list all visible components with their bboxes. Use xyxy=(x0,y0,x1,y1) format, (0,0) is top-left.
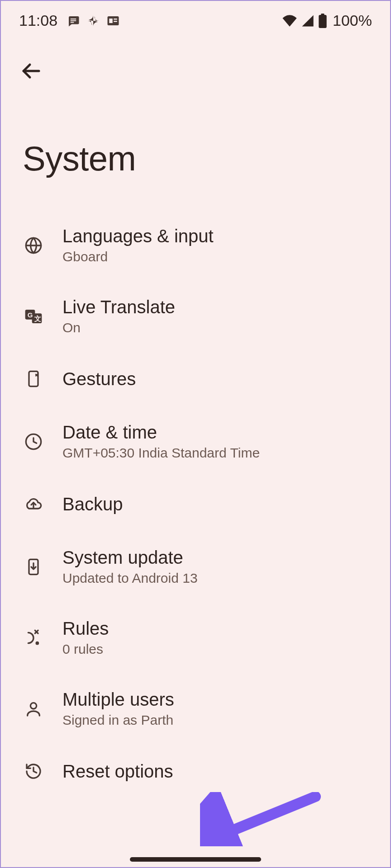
svg-rect-6 xyxy=(114,21,117,22)
svg-rect-16 xyxy=(29,371,38,386)
settings-item-languages-input[interactable]: Languages & input Gboard xyxy=(1,210,390,281)
settings-item-texts: Multiple users Signed in as Parth xyxy=(62,689,174,728)
settings-item-system-update[interactable]: System update Updated to Android 13 xyxy=(1,531,390,602)
settings-item-title: Rules xyxy=(62,618,109,639)
settings-item-subtitle: On xyxy=(62,320,175,335)
settings-item-texts: Backup xyxy=(62,494,123,514)
settings-item-title: Live Translate xyxy=(62,297,175,317)
back-button[interactable] xyxy=(17,57,44,85)
svg-text:文: 文 xyxy=(34,315,41,322)
settings-item-subtitle: 0 rules xyxy=(62,642,109,657)
messages-icon xyxy=(67,14,80,28)
gestures-icon xyxy=(23,368,44,390)
status-left: 11:08 xyxy=(19,12,120,29)
settings-item-subtitle: GMT+05:30 India Standard Time xyxy=(62,445,260,461)
settings-item-subtitle: Updated to Android 13 xyxy=(62,571,198,586)
svg-rect-4 xyxy=(109,19,113,23)
settings-item-gestures[interactable]: Gestures xyxy=(1,352,390,406)
status-right: 100% xyxy=(282,12,372,29)
svg-rect-5 xyxy=(114,19,117,20)
settings-item-title: Date & time xyxy=(62,422,260,443)
settings-item-date-time[interactable]: Date & time GMT+05:30 India Standard Tim… xyxy=(1,406,390,477)
svg-line-23 xyxy=(216,797,315,837)
settings-item-title: Languages & input xyxy=(62,226,214,246)
phone-down-icon xyxy=(23,556,44,578)
rules-icon xyxy=(23,627,44,649)
settings-item-texts: System update Updated to Android 13 xyxy=(62,547,198,586)
svg-rect-8 xyxy=(321,14,324,15)
settings-item-multiple-users[interactable]: Multiple users Signed in as Parth xyxy=(1,673,390,744)
settings-item-subtitle: Gboard xyxy=(62,249,214,264)
settings-item-title: Backup xyxy=(62,494,123,514)
settings-item-texts: Reset options xyxy=(62,761,173,782)
clock-icon xyxy=(23,431,44,453)
settings-item-texts: Date & time GMT+05:30 India Standard Tim… xyxy=(62,422,260,461)
svg-rect-2 xyxy=(71,22,74,23)
settings-item-texts: Live Translate On xyxy=(62,297,175,335)
settings-item-title: Reset options xyxy=(62,761,173,782)
battery-icon xyxy=(318,14,327,28)
settings-item-texts: Gestures xyxy=(62,369,136,389)
settings-item-texts: Languages & input Gboard xyxy=(62,226,214,264)
wifi-icon xyxy=(282,15,297,27)
history-icon xyxy=(23,760,44,782)
settings-item-title: Gestures xyxy=(62,369,136,389)
settings-item-reset-options[interactable]: Reset options xyxy=(1,744,390,798)
cellular-icon xyxy=(301,14,315,27)
gesture-nav-bar[interactable] xyxy=(130,857,261,862)
settings-item-title: System update xyxy=(62,547,198,568)
svg-text:G: G xyxy=(28,311,33,318)
annotation-arrow xyxy=(200,792,327,846)
photos-icon xyxy=(86,14,100,28)
svg-rect-1 xyxy=(71,20,76,21)
settings-item-backup[interactable]: Backup xyxy=(1,477,390,531)
settings-list: Languages & input Gboard G文 Live Transla… xyxy=(1,210,390,798)
svg-point-21 xyxy=(36,641,39,645)
status-bar: 11:08 100% xyxy=(1,1,390,35)
cloud-up-icon xyxy=(23,493,44,515)
settings-item-rules[interactable]: Rules 0 rules xyxy=(1,602,390,673)
settings-item-live-translate[interactable]: G文 Live Translate On xyxy=(1,281,390,352)
app-bar xyxy=(1,35,390,89)
settings-item-title: Multiple users xyxy=(62,689,174,710)
svg-point-22 xyxy=(30,703,36,708)
person-icon xyxy=(23,698,44,720)
notification-icons xyxy=(67,14,120,28)
translate-icon: G文 xyxy=(23,306,44,327)
news-icon xyxy=(106,14,120,28)
settings-item-subtitle: Signed in as Parth xyxy=(62,712,174,728)
page-title: System xyxy=(1,89,390,210)
battery-percentage: 100% xyxy=(333,12,372,29)
status-time: 11:08 xyxy=(19,12,57,29)
svg-rect-0 xyxy=(71,19,76,19)
settings-item-texts: Rules 0 rules xyxy=(62,618,109,657)
globe-icon xyxy=(23,235,44,256)
svg-rect-7 xyxy=(319,14,326,28)
